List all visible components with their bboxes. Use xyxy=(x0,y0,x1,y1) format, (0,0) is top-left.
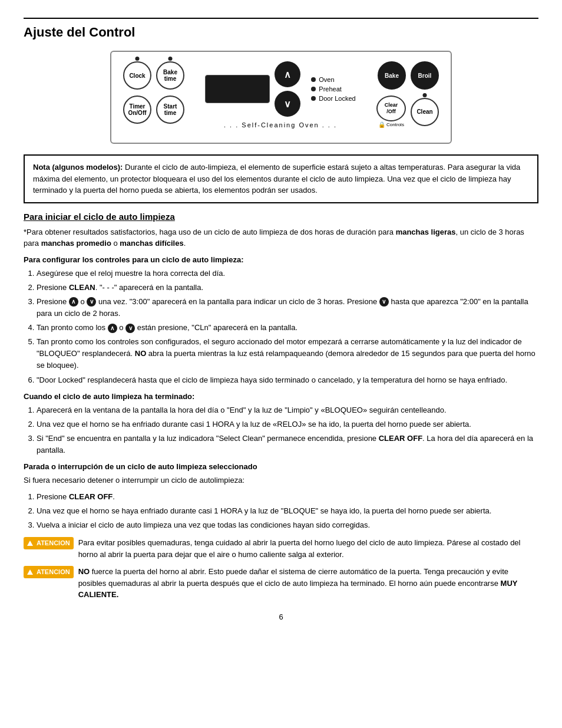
list-item: Una vez que el horno se haya enfriado du… xyxy=(37,505,538,517)
self-cleaning-label: . . . Self-Cleaning Oven . . . xyxy=(224,121,337,129)
stop-steps-list: Presione CLEAR OFF. Una vez que el horno… xyxy=(37,491,538,531)
stop-intro: Si fuera necesario detener o interrumpir… xyxy=(24,475,538,486)
clock-button[interactable]: Clock xyxy=(123,61,151,90)
start-time-button[interactable]: Starttime xyxy=(156,95,184,124)
door-locked-indicator: Door Locked xyxy=(311,95,355,102)
config-heading: Para configurar los controles para un ci… xyxy=(24,255,538,264)
indicator-group: Oven Preheat Door Locked xyxy=(311,76,355,102)
display-screen xyxy=(205,75,270,103)
warning-text-1: Para evitar posibles quemaduras, tenga c… xyxy=(78,537,538,560)
preheat-indicator: Preheat xyxy=(311,85,355,93)
intro-bold-1: manchas ligeras xyxy=(396,228,456,236)
intro-paragraph: *Para obtener resultados satisfactorios,… xyxy=(24,226,538,249)
arrow-buttons: ∧ ∨ xyxy=(275,61,300,117)
clean-button[interactable]: Clean xyxy=(411,98,439,126)
page-number: 6 xyxy=(24,612,538,621)
right-button-group: Bake Broil Clear/Off 🔒 Controls xyxy=(376,61,439,128)
clear-off-group: Clear/Off 🔒 Controls xyxy=(376,95,406,128)
list-item: Asegúrese que el reloj muestre la hora c… xyxy=(37,268,538,279)
timer-on-off-button[interactable]: TimerOn/Off xyxy=(123,95,151,124)
arrow-up-button[interactable]: ∧ xyxy=(275,61,300,87)
clear-off-button[interactable]: Clear/Off xyxy=(376,95,406,121)
page-title: Ajuste del Control xyxy=(24,18,538,40)
list-item: Tan pronto como los ∧ o ∨ están presione… xyxy=(37,322,538,334)
list-item: Tan pronto como los controles son config… xyxy=(37,336,538,371)
list-item: Si "End" se encuentra en pantalla y la l… xyxy=(37,433,538,456)
broil-button[interactable]: Broil xyxy=(411,61,439,90)
bake-time-button[interactable]: Baketime xyxy=(156,61,184,90)
config-steps-list: Asegúrese que el reloj muestre la hora c… xyxy=(37,268,538,386)
warning-badge-1: ATENCION xyxy=(24,537,74,549)
section-title: Para iniciar el ciclo de auto limpieza xyxy=(24,212,538,222)
left-button-group: Clock Baketime TimerOn/Off Starttime xyxy=(123,61,184,124)
warning-2: ATENCION NO fuerce la puerta del horno a… xyxy=(24,566,538,601)
warning-text-2: NO fuerce la puerta del horno al abrir. … xyxy=(78,566,538,601)
intro-bold-2: manchas promedio xyxy=(41,239,111,248)
bake-button[interactable]: Bake xyxy=(378,61,406,90)
arrow-down-button[interactable]: ∨ xyxy=(275,91,300,117)
controls-lock-label: 🔒 Controls xyxy=(378,121,404,128)
warning-badge-2: ATENCION xyxy=(24,566,74,578)
note-box: Nota (algunos modelos): Durante el ciclo… xyxy=(24,154,538,203)
list-item: Presione CLEAN. "- - -" aparecerá en la … xyxy=(37,282,538,294)
list-item: "Door Locked" resplandecerá hasta que el… xyxy=(37,374,538,386)
list-item: Presione ∧ o ∨ una vez. "3:00" aparecerá… xyxy=(37,296,538,319)
list-item: Presione CLEAR OFF. xyxy=(37,491,538,503)
panel-center: ∧ ∨ Oven Preheat Door Locked xyxy=(184,61,376,129)
intro-bold-3: manchas difíciles xyxy=(120,239,183,248)
when-heading: Cuando el ciclo de auto limpieza ha term… xyxy=(24,392,538,401)
stop-heading: Parada o interrupción de un ciclo de aut… xyxy=(24,462,538,471)
list-item: Una vez que el horno se ha enfriado dura… xyxy=(37,419,538,430)
control-panel-diagram: Clock Baketime TimerOn/Off Starttime xyxy=(110,51,452,144)
list-item: Aparecerá en la ventana de la pantalla l… xyxy=(37,404,538,416)
list-item: Vuelva a iniciar el ciclo de auto limpie… xyxy=(37,519,538,531)
warning-1: ATENCION Para evitar posibles quemaduras… xyxy=(24,537,538,560)
note-label-bold: Nota (algunos modelos): xyxy=(33,163,123,172)
oven-indicator: Oven xyxy=(311,76,355,83)
when-steps-list: Aparecerá en la ventana de la pantalla l… xyxy=(37,404,538,457)
